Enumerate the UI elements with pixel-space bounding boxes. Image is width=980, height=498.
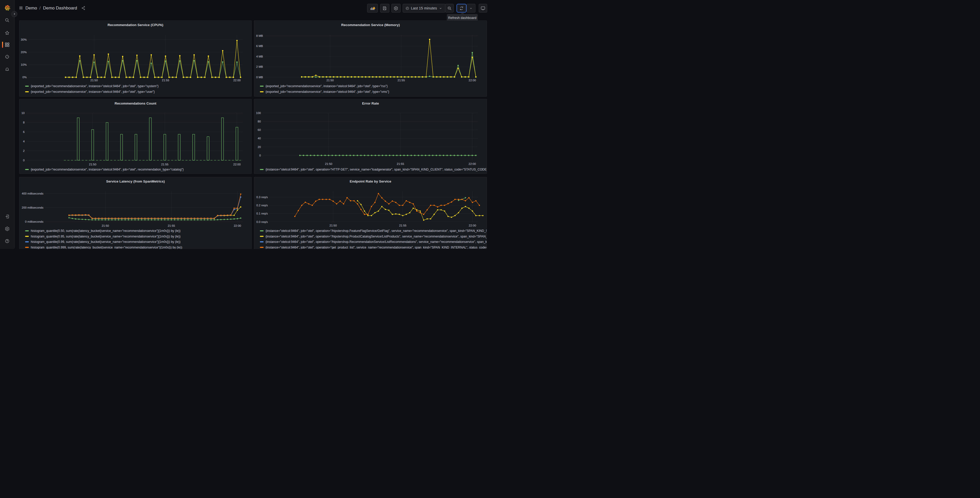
svg-text:{instance="otelcol:9464", job=: {instance="otelcol:9464", job="otel", op… <box>266 168 487 171</box>
svg-text:10: 10 <box>21 112 24 115</box>
svg-text:21:50: 21:50 <box>89 163 96 166</box>
svg-text:{instance="otelcol:9464", job=: {instance="otelcol:9464", job="otel", op… <box>266 235 487 238</box>
svg-text:21:55: 21:55 <box>397 162 404 165</box>
svg-text:21:50: 21:50 <box>102 224 109 227</box>
svg-text:0%: 0% <box>22 76 27 79</box>
svg-text:2 MB: 2 MB <box>256 65 263 68</box>
svg-text:histogram_quantile(0.999, sum(: histogram_quantile(0.999, sum(rate(laten… <box>31 246 182 249</box>
svg-text:21:50: 21:50 <box>90 79 98 82</box>
svg-text:40: 40 <box>258 137 261 140</box>
svg-text:histogram_quantile(0.50, sum(r: histogram_quantile(0.50, sum(rate(latenc… <box>31 229 180 233</box>
svg-text:22:00: 22:00 <box>233 163 241 166</box>
svg-text:4: 4 <box>23 140 25 143</box>
svg-text:2: 2 <box>23 149 24 152</box>
svg-text:0.1 req/s: 0.1 req/s <box>256 212 268 215</box>
svg-text:0: 0 <box>259 154 261 157</box>
svg-text:8: 8 <box>23 121 24 124</box>
svg-text:0 MB: 0 MB <box>256 75 263 78</box>
svg-text:6: 6 <box>23 130 24 133</box>
svg-text:4 MB: 4 MB <box>256 55 263 58</box>
svg-text:21:50: 21:50 <box>329 224 337 227</box>
svg-text:Recommendation Service (CPU%): Recommendation Service (CPU%) <box>108 23 163 27</box>
svg-text:21:55: 21:55 <box>398 79 405 82</box>
svg-text:20: 20 <box>258 145 261 148</box>
svg-text:{exported_job="recommendations: {exported_job="recommendationservice", i… <box>266 90 389 94</box>
svg-text:400 milliseconds: 400 milliseconds <box>21 192 43 195</box>
svg-text:22:00: 22:00 <box>234 224 241 227</box>
svg-text:0.3 req/s: 0.3 req/s <box>256 195 268 198</box>
svg-text:histogram_quantile(0.99, sum(r: histogram_quantile(0.99, sum(rate(latenc… <box>31 240 180 244</box>
svg-text:Recommendations Count: Recommendations Count <box>115 101 156 105</box>
svg-text:Recommendation Service (Memory: Recommendation Service (Memory) <box>341 23 400 27</box>
svg-text:Service Latency (from SpanMetr: Service Latency (from SpanMetrics) <box>106 179 165 183</box>
svg-text:100: 100 <box>256 111 261 114</box>
svg-text:10%: 10% <box>21 63 27 66</box>
svg-text:60: 60 <box>258 128 261 131</box>
svg-text:0 milliseconds: 0 milliseconds <box>25 220 43 223</box>
svg-text:{instance="otelcol:9464", job=: {instance="otelcol:9464", job="otel", op… <box>266 229 487 233</box>
svg-text:21:50: 21:50 <box>326 79 334 82</box>
svg-text:30%: 30% <box>21 38 27 41</box>
svg-text:{exported_job="recommendations: {exported_job="recommendationservice", i… <box>266 85 388 88</box>
svg-text:80: 80 <box>258 120 261 123</box>
svg-text:22:00: 22:00 <box>233 79 241 82</box>
svg-text:21:55: 21:55 <box>399 224 406 227</box>
svg-text:Endpoint Rate by Service: Endpoint Rate by Service <box>350 179 391 183</box>
svg-text:21:50: 21:50 <box>325 162 332 165</box>
svg-text:8 MB: 8 MB <box>256 34 263 37</box>
svg-text:{exported_job="recommendations: {exported_job="recommendationservice", i… <box>31 168 183 171</box>
svg-text:0.0 req/s: 0.0 req/s <box>256 220 268 223</box>
svg-text:22:00: 22:00 <box>469 224 476 227</box>
svg-text:{instance="otelcol:9464", job=: {instance="otelcol:9464", job="otel", op… <box>266 246 487 249</box>
svg-text:histogram_quantile(0.95, sum(r: histogram_quantile(0.95, sum(rate(latenc… <box>31 235 180 238</box>
svg-text:21:55: 21:55 <box>168 224 175 227</box>
svg-text:{exported_job="recommendations: {exported_job="recommendationservice", i… <box>31 85 158 88</box>
svg-text:{exported_job="recommendations: {exported_job="recommendationservice", i… <box>31 90 154 94</box>
svg-text:22:00: 22:00 <box>469 162 476 165</box>
svg-text:21:55: 21:55 <box>162 79 169 82</box>
svg-text:200 milliseconds: 200 milliseconds <box>21 206 43 209</box>
svg-text:6 MB: 6 MB <box>256 45 263 48</box>
svg-text:Error Rate: Error Rate <box>362 101 379 105</box>
svg-text:20%: 20% <box>21 51 27 54</box>
svg-text:0.2 req/s: 0.2 req/s <box>256 204 268 207</box>
svg-text:{instance="otelcol:9464", job=: {instance="otelcol:9464", job="otel", op… <box>266 240 487 244</box>
svg-text:21:55: 21:55 <box>161 163 169 166</box>
svg-text:22:00: 22:00 <box>469 79 476 82</box>
svg-text:0: 0 <box>23 158 24 161</box>
